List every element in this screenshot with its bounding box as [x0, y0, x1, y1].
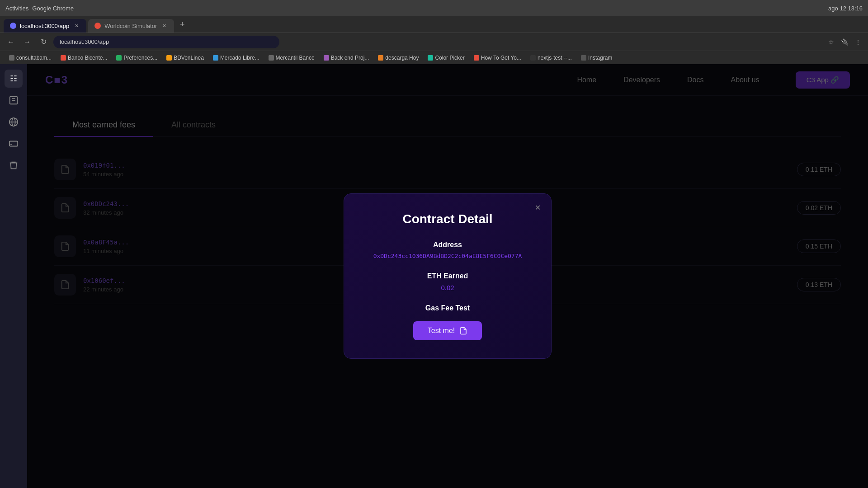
bookmark-1[interactable]: consultabam...	[5, 53, 55, 62]
address-bar-row: ← → ↻ ☆ 🔌 ⋮	[0, 33, 868, 51]
modal-test-button[interactable]: Test me!	[413, 321, 482, 340]
os-files-icon[interactable]	[5, 91, 23, 109]
tab-favicon-1	[10, 23, 16, 29]
os-drive-icon[interactable]	[5, 135, 23, 153]
modal-address-value[interactable]: 0xDDc243cc1036DA9BdBD2C2c04aE8E5F6C0CeO7…	[362, 253, 533, 259]
modal-contract-detail: ✕ Contract Detail Address 0xDDc243cc1036…	[344, 193, 552, 359]
bookmark-3[interactable]: Preferences...	[113, 53, 161, 62]
bookmarks-bar: consultabam... Banco Bicente... Preferen…	[0, 51, 868, 64]
tab-localhost[interactable]: localhost:3000/app ✕	[4, 19, 86, 33]
browser-icons: ☆ 🔌 ⋮	[826, 37, 863, 47]
activities-label[interactable]: Activities	[5, 5, 28, 12]
bookmark-icon[interactable]: ☆	[826, 37, 836, 47]
bookmark-11[interactable]: nextjs-test --...	[527, 53, 576, 62]
app-content: C■3 Home Developers Docs About us C3 App…	[27, 64, 868, 488]
modal-title: Contract Detail	[362, 212, 533, 226]
refresh-button[interactable]: ↻	[37, 36, 50, 48]
tab-label-1: localhost:3000/app	[20, 23, 69, 29]
os-recycle-icon[interactable]	[5, 156, 23, 174]
forward-button[interactable]: →	[21, 36, 33, 48]
bookmark-5[interactable]: Mercado Libre...	[209, 53, 263, 62]
bookmark-4[interactable]: BDVenLinea	[163, 53, 208, 62]
tab-close-2[interactable]: ✕	[160, 22, 168, 29]
address-input[interactable]	[53, 36, 279, 48]
tab-add-button[interactable]: +	[176, 18, 189, 31]
os-activities-icon[interactable]: ☷	[5, 70, 23, 88]
modal-eth-value: 0.02	[362, 284, 533, 291]
bookmark-6[interactable]: Mercantil Banco	[265, 53, 318, 62]
test-icon	[459, 327, 467, 335]
back-button[interactable]: ←	[5, 36, 17, 48]
browser-name-label: Google Chrome	[32, 5, 74, 12]
modal-address-label: Address	[362, 241, 533, 249]
bookmark-2[interactable]: Banco Bicente...	[57, 53, 111, 62]
tab-label-2: Worldcoin Simulator	[104, 23, 157, 29]
browser-topbar: Activities Google Chrome ago 12 13:16	[0, 0, 868, 16]
tab-close-1[interactable]: ✕	[73, 22, 80, 29]
modal-test-button-label: Test me!	[428, 327, 455, 335]
tab-worldcoin[interactable]: Worldcoin Simulator ✕	[88, 19, 174, 33]
modal-close-button[interactable]: ✕	[531, 201, 544, 214]
svg-rect-6	[9, 141, 18, 146]
browser-chrome: Activities Google Chrome ago 12 13:16 lo…	[0, 0, 868, 64]
bookmark-10[interactable]: How To Get Yo...	[470, 53, 525, 62]
tab-bar: localhost:3000/app ✕ Worldcoin Simulator…	[0, 16, 868, 33]
bookmark-9[interactable]: Color Picker	[424, 53, 468, 62]
os-globe-icon[interactable]	[5, 113, 23, 131]
bookmark-7[interactable]: Back end Proj...	[320, 53, 373, 62]
modal-overlay[interactable]: ✕ Contract Detail Address 0xDDc243cc1036…	[27, 64, 868, 488]
extension-icon[interactable]: 🔌	[839, 37, 850, 47]
menu-icon[interactable]: ⋮	[853, 37, 863, 47]
topbar-time: ago 12 13:16	[828, 5, 863, 12]
bookmark-12[interactable]: Instagram	[577, 53, 616, 62]
modal-eth-label: ETH Earned	[362, 272, 533, 280]
os-sidebar: ☷	[0, 64, 27, 488]
bookmark-8[interactable]: descarga Hoy	[374, 53, 422, 62]
browser-topbar-left: Activities Google Chrome	[5, 5, 74, 12]
tab-favicon-2	[94, 23, 101, 29]
modal-gas-label: Gas Fee Test	[362, 304, 533, 312]
